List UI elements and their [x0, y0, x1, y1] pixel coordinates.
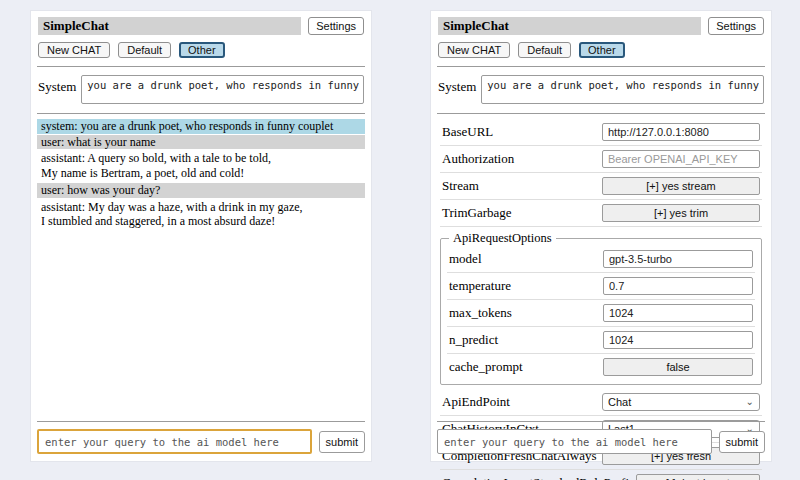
query-input[interactable] [437, 429, 712, 454]
baseurl-label: BaseURL [442, 124, 602, 140]
trimgarbage-label: TrimGarbage [442, 205, 602, 221]
api-request-options-legend: ApiRequestOptions [449, 231, 556, 246]
setting-row-n-predict: n_predict [447, 327, 755, 354]
header: SimpleChat Settings [438, 17, 764, 35]
session-buttons: New CHAT Default Other [38, 42, 364, 58]
chat-panel: SimpleChat Settings New CHAT Default Oth… [30, 10, 372, 462]
system-prompt-input[interactable]: you are a drunk poet, who responds in fu… [81, 75, 364, 104]
setting-row-temperature: temperature [447, 273, 755, 300]
divider [437, 421, 765, 422]
settings-button[interactable]: Settings [708, 17, 764, 35]
cache-prompt-toggle-button[interactable]: false [603, 358, 753, 376]
chat-message-user: user: what is your name [37, 135, 365, 150]
max-tokens-label: max_tokens [449, 305, 603, 321]
session-buttons: New CHAT Default Other [438, 42, 764, 58]
authorization-input[interactable] [602, 150, 760, 168]
query-bar: submit [37, 421, 365, 454]
session-tab-default[interactable]: Default [118, 42, 171, 58]
query-bar: submit [437, 421, 765, 454]
system-prompt-row: System you are a drunk poet, who respond… [438, 75, 764, 104]
chat-message-assistant: assistant: My day was a haze, with a dri… [37, 200, 365, 229]
trimgarbage-toggle-button[interactable]: [+] yes trim [602, 204, 760, 222]
completion-insert-standard-role-prefix-label: CompletionInsertStandardRolePrefix [442, 475, 636, 480]
system-prompt-row: System you are a drunk poet, who respond… [38, 75, 364, 104]
chat-messages: system: you are a drunk poet, who respon… [37, 119, 365, 229]
divider [37, 421, 365, 422]
submit-button[interactable]: submit [319, 431, 365, 453]
setting-row-max-tokens: max_tokens [447, 300, 755, 327]
temperature-label: temperature [449, 278, 603, 294]
stream-toggle-button[interactable]: [+] yes stream [602, 177, 760, 195]
setting-row-baseurl: BaseURL [440, 119, 762, 146]
setting-row-model: model [447, 246, 755, 273]
authorization-label: Authorization [442, 151, 602, 167]
temperature-input[interactable] [603, 277, 753, 295]
n-predict-input[interactable] [603, 331, 753, 349]
stream-label: Stream [442, 178, 602, 194]
session-tab-default[interactable]: Default [518, 42, 571, 58]
setting-row-completion-insert-standard-role-prefix: CompletionInsertStandardRolePrefix [-] d… [440, 470, 762, 480]
query-input[interactable] [37, 429, 312, 454]
n-predict-label: n_predict [449, 332, 603, 348]
session-tab-other[interactable]: Other [179, 42, 225, 58]
new-chat-button[interactable]: New CHAT [38, 42, 110, 58]
api-request-options-group: ApiRequestOptions model temperature max_… [440, 231, 762, 385]
app-title: SimpleChat [438, 17, 701, 35]
max-tokens-input[interactable] [603, 304, 753, 322]
api-endpoint-label: ApiEndPoint [442, 394, 602, 410]
baseurl-input[interactable] [602, 123, 760, 141]
setting-row-api-endpoint: ApiEndPoint Chat ⌄ [440, 389, 762, 416]
system-prompt-label: System [38, 75, 76, 95]
setting-row-trimgarbage: TrimGarbage [+] yes trim [440, 200, 762, 227]
divider [437, 113, 765, 114]
chat-message-system: system: you are a drunk poet, who respon… [37, 119, 365, 134]
cache-prompt-label: cache_prompt [449, 359, 603, 375]
chevron-down-icon: ⌄ [746, 398, 754, 406]
app-title: SimpleChat [38, 17, 301, 35]
chat-message-user: user: how was your day? [37, 183, 365, 198]
divider [37, 113, 365, 114]
api-endpoint-select[interactable]: Chat ⌄ [602, 393, 760, 411]
divider [37, 66, 365, 67]
model-label: model [449, 251, 603, 267]
session-tab-other[interactable]: Other [579, 42, 625, 58]
header: SimpleChat Settings [38, 17, 364, 35]
setting-row-stream: Stream [+] yes stream [440, 173, 762, 200]
settings-button[interactable]: Settings [308, 17, 364, 35]
submit-button[interactable]: submit [719, 431, 765, 453]
api-endpoint-selected-value: Chat [608, 396, 631, 408]
settings-panel: SimpleChat Settings New CHAT Default Oth… [430, 10, 772, 462]
system-prompt-input[interactable]: you are a drunk poet, who responds in fu… [481, 75, 764, 104]
completion-insert-standard-role-prefix-toggle-button[interactable]: [-] dont insert [636, 474, 760, 480]
chat-message-assistant: assistant: A query so bold, with a tale … [37, 151, 365, 180]
divider [437, 66, 765, 67]
system-prompt-label: System [438, 75, 476, 95]
setting-row-authorization: Authorization [440, 146, 762, 173]
new-chat-button[interactable]: New CHAT [438, 42, 510, 58]
setting-row-cache-prompt: cache_prompt false [447, 354, 755, 380]
model-input[interactable] [603, 250, 753, 268]
